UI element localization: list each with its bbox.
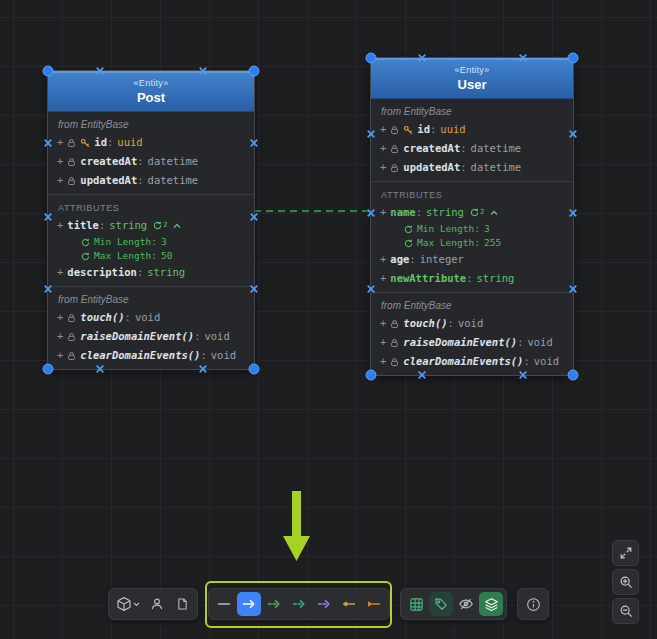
property-name: id [94,135,107,150]
resize-handle[interactable] [43,66,54,77]
actor-tool[interactable] [145,592,169,616]
connection-anchor[interactable] [367,130,376,139]
dashed-arrow-tool-purple[interactable] [312,592,336,616]
connection-anchor[interactable] [569,285,578,294]
property-type: void [211,348,236,363]
connection-anchor[interactable] [367,209,376,218]
layers-toggle[interactable] [479,592,503,616]
connection-anchor[interactable] [518,371,527,380]
resize-handle[interactable] [366,370,377,381]
connection-anchor[interactable] [569,209,578,218]
inherited-from-label: from EntityBase [48,115,254,133]
connection-anchor[interactable] [250,138,259,147]
lock-icon [67,332,76,342]
visibility-marker: + [380,335,386,350]
tag-toggle[interactable] [429,592,453,616]
property-row[interactable]: +createdAt:datetime [371,139,573,158]
dashed-arrow-tool-green[interactable] [262,592,286,616]
visibility-marker: + [57,173,63,188]
property-row[interactable]: +newAttribute:string [371,269,573,288]
property-row[interactable]: +description:string [48,263,254,282]
dashed-arrow-tool-teal[interactable] [287,592,311,616]
entity-stereotype: «Entity» [52,78,250,88]
connection-anchor[interactable] [569,130,578,139]
resize-handle[interactable] [568,53,579,64]
toolbar-group-view-tools [400,588,507,620]
plain-line-tool[interactable] [212,592,236,616]
property-name: name [390,205,415,220]
table-view-toggle[interactable] [404,592,428,616]
hide-toggle[interactable] [454,592,478,616]
connection-anchor[interactable] [367,285,376,294]
solid-arrow-tool[interactable] [237,592,261,616]
entity-card-user[interactable]: «Entity»Userfrom EntityBase+id:uuid+crea… [370,57,574,376]
connection-anchor[interactable] [417,54,426,63]
property-row[interactable]: +name:string2 [371,203,573,222]
method-name: clearDomainEvents() [403,354,523,369]
entity-name: Post [52,90,250,105]
entity-header[interactable]: «Entity»Post [48,71,254,112]
info-button[interactable] [521,592,545,616]
file-icon [176,597,189,611]
connection-anchor[interactable] [417,371,426,380]
fit-view-button[interactable] [612,540,639,566]
connection-anchor[interactable] [198,67,207,76]
collapse-caret-icon[interactable] [173,223,181,229]
property-row[interactable]: +updatedAt:datetime [48,171,254,190]
constraint-loop-icon [81,252,90,261]
connection-anchor[interactable] [198,365,207,374]
visibility-marker: + [57,135,63,150]
property-name: newAttribute [390,271,466,286]
property-type: string [147,265,185,280]
attributes-label: ATTRIBUTES [371,185,573,203]
visibility-marker: + [380,316,386,331]
visibility-marker: + [380,354,386,369]
connection-anchor[interactable] [250,284,259,293]
entity-shape-menu[interactable] [112,592,144,616]
property-row[interactable]: +createdAt:datetime [48,152,254,171]
connection-anchor[interactable] [44,213,53,222]
connection-anchor[interactable] [518,54,527,63]
property-row[interactable]: +age:integer [371,250,573,269]
zoom-out-button[interactable] [612,598,639,624]
method-row[interactable]: +clearDomainEvents():void [48,346,254,365]
diamond-line-tool[interactable] [337,592,361,616]
entity-section: from EntityBase+touch():void+raiseDomain… [371,292,573,375]
note-tool[interactable] [170,592,194,616]
zoom-in-button[interactable] [612,569,639,595]
property-row[interactable]: +id:uuid [48,133,254,152]
entity-stereotype: «Entity» [375,65,569,75]
expand-icon [619,546,633,560]
method-row[interactable]: +raiseDomainEvent():void [371,333,573,352]
connection-anchor[interactable] [250,213,259,222]
resize-handle[interactable] [249,66,260,77]
diagram-canvas[interactable]: «Entity»Postfrom EntityBase+id:uuid+crea… [0,0,657,639]
method-row[interactable]: +clearDomainEvents():void [371,352,573,371]
filled-arrow-tool[interactable] [362,592,386,616]
method-name: touch() [403,316,447,331]
resize-handle[interactable] [366,53,377,64]
connection-anchor[interactable] [95,67,104,76]
method-row[interactable]: +touch():void [48,308,254,327]
constraint-label: Max Length [417,237,474,249]
property-row[interactable]: +updatedAt:datetime [371,158,573,177]
collapse-caret-icon[interactable] [490,210,498,216]
method-row[interactable]: +touch():void [371,314,573,333]
method-name: clearDomainEvents() [80,348,200,363]
resize-handle[interactable] [249,364,260,375]
constraints-badge: 2 [153,221,167,230]
connection-anchor[interactable] [44,138,53,147]
entity-card-post[interactable]: «Entity»Postfrom EntityBase+id:uuid+crea… [47,70,255,370]
connection-anchor[interactable] [95,365,104,374]
resize-handle[interactable] [568,370,579,381]
entity-header[interactable]: «Entity»User [371,58,573,99]
visibility-marker: + [380,252,386,267]
connection-anchor[interactable] [44,284,53,293]
resize-handle[interactable] [43,364,54,375]
property-row[interactable]: +title:string2 [48,216,254,235]
method-row[interactable]: +raiseDomainEvent():void [48,327,254,346]
property-name: createdAt [403,141,460,156]
property-row[interactable]: +id:uuid [371,120,573,139]
constraint-row: Min Length:3 [48,235,254,249]
tag-icon [434,597,448,611]
